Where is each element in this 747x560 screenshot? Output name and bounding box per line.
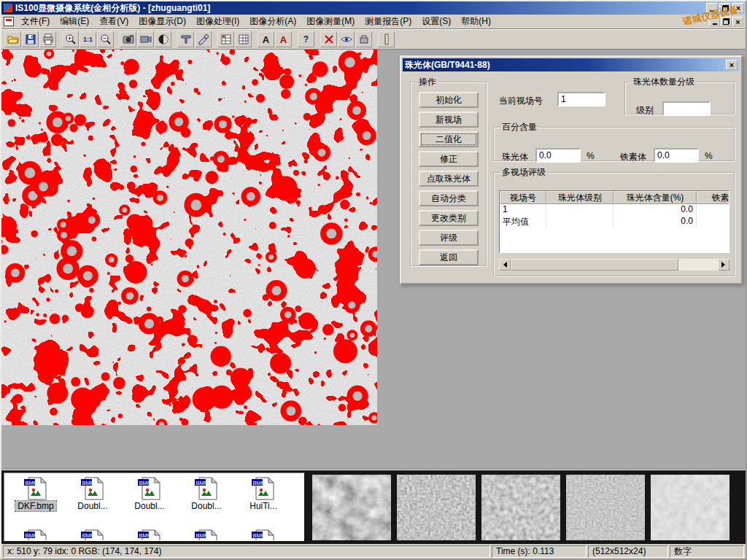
current-field-input[interactable]: [557, 92, 605, 106]
annotate-icon[interactable]: A: [275, 31, 292, 47]
work-area: 珠光体(GB/T9441-88) × 操作 初始化新视场二值化修正点取珠光体自动…: [1, 50, 746, 470]
restore-button[interactable]: [719, 3, 731, 13]
menu-file[interactable]: 文件(F): [16, 14, 55, 29]
file-item[interactable]: BMPDoubl...: [121, 475, 178, 527]
toolbar-separator: [373, 31, 378, 47]
menu-items: 文件(F)编辑(E)查看(V)图像显示(D)图像处理(I)图像分析(A)图像测量…: [16, 14, 496, 29]
svg-text:BMP: BMP: [196, 532, 208, 539]
op-new-field-button[interactable]: 新视场: [419, 112, 479, 128]
grade-input[interactable]: [662, 101, 711, 116]
table-header-col-2[interactable]: 珠光体级别: [546, 191, 614, 204]
table-header-col-4[interactable]: 铁素体含量(%): [697, 191, 729, 204]
zoom-out-icon[interactable]: [97, 31, 114, 47]
pearlite-input[interactable]: [535, 148, 581, 163]
file-label: Doubl...: [75, 501, 109, 511]
menu-image-display[interactable]: 图像显示(D): [133, 14, 191, 29]
title-bar[interactable]: IS100显微摄像系统(金相分析版) - [zhuguangti01] ×: [1, 1, 746, 15]
annotate-glyph: A: [280, 34, 287, 45]
scroll-left-button[interactable]: [499, 259, 511, 271]
mdi-close-button[interactable]: ×: [732, 17, 743, 26]
menu-image-process[interactable]: 图像处理(I): [191, 14, 244, 29]
mdi-window-controls: ×: [709, 17, 744, 26]
save-file-icon[interactable]: [22, 31, 39, 47]
scroll-right-button[interactable]: [718, 259, 729, 271]
cut-icon[interactable]: [320, 31, 337, 47]
help-icon[interactable]: ?: [298, 31, 314, 47]
print-icon[interactable]: [39, 31, 56, 47]
app-icon: [3, 3, 13, 13]
file-item[interactable]: BMP: [178, 527, 235, 541]
table-header-col-1[interactable]: 视场号: [500, 191, 546, 204]
menu-view[interactable]: 查看(V): [94, 14, 133, 29]
camera-icon[interactable]: [120, 31, 136, 47]
zoom-in-icon[interactable]: [62, 31, 79, 47]
data-grid-icon[interactable]: [235, 31, 252, 47]
menu-image-analysis[interactable]: 图像分析(A): [244, 14, 301, 29]
toolbar-separator: [293, 31, 298, 47]
dialog-close-button[interactable]: ×: [726, 60, 738, 70]
file-item[interactable]: BMP: [121, 527, 178, 541]
op-return-button[interactable]: 返回: [419, 249, 479, 265]
percent-group-title: 百分含量: [500, 121, 539, 133]
gauge-icon[interactable]: [355, 31, 372, 47]
op-pick-pearlite-button[interactable]: 点取珠光体: [419, 171, 479, 187]
minimize-button[interactable]: [706, 3, 718, 13]
eye-icon[interactable]: [338, 31, 355, 47]
thumbnail-4[interactable]: [566, 475, 645, 540]
document-icon[interactable]: [4, 17, 14, 26]
dialog-title-bar[interactable]: 珠光体(GB/T9441-88) ×: [403, 58, 740, 71]
op-binarize-button[interactable]: 二值化: [419, 131, 479, 147]
table-row[interactable]: 平均值0.0: [500, 216, 729, 228]
bmp-file-icon: BMP: [137, 476, 162, 501]
menu-measure-report[interactable]: 测量报告(P): [360, 14, 417, 29]
svg-text:BMP: BMP: [82, 532, 94, 539]
file-item[interactable]: BMP: [64, 527, 121, 541]
file-list[interactable]: BMPDKF.bmpBMPDoubl...BMPDoubl...BMPDoubl…: [4, 472, 304, 541]
thumbnail-2[interactable]: [397, 475, 476, 540]
file-item[interactable]: BMPDoubl...: [178, 475, 235, 527]
video-capture-icon[interactable]: [137, 31, 154, 47]
bmp-file-icon: BMP: [23, 529, 48, 541]
file-item[interactable]: BMP: [235, 527, 292, 541]
close-button[interactable]: ×: [732, 3, 744, 13]
op-auto-classify-button[interactable]: 自动分类: [419, 190, 479, 206]
scroll-thumb[interactable]: [511, 259, 678, 271]
mdi-minimize-button[interactable]: [709, 17, 720, 26]
menu-edit[interactable]: 编辑(E): [55, 14, 94, 29]
micrometer-icon[interactable]: [195, 31, 212, 47]
op-correct-button[interactable]: 修正: [419, 151, 479, 167]
file-label: Doubl...: [189, 501, 223, 511]
file-item[interactable]: BMPHuiTi...: [235, 475, 292, 527]
mdi-restore-button[interactable]: [721, 17, 732, 26]
font-icon[interactable]: A: [258, 31, 274, 47]
specimen-image[interactable]: [1, 50, 377, 425]
actual-size-icon[interactable]: 1:1: [80, 31, 96, 47]
scroll-track[interactable]: [511, 259, 718, 271]
status-dimensions: (512x512x24): [588, 545, 668, 558]
rating-table-header: 视场号珠光体级别珠光体含量(%)铁素体含量(%): [500, 191, 729, 204]
table-row[interactable]: 10.0: [500, 204, 729, 216]
file-item[interactable]: BMPDKF.bmp: [7, 475, 64, 527]
open-folder-icon[interactable]: [4, 31, 21, 47]
threshold-icon[interactable]: [155, 31, 171, 47]
bmp-file-icon: BMP: [23, 476, 48, 501]
file-item[interactable]: BMP: [7, 527, 64, 541]
menu-image-measure[interactable]: 图像测量(M): [301, 14, 360, 29]
ferrite-input[interactable]: [654, 148, 699, 163]
window-controls: ×: [706, 3, 744, 13]
op-grade-button[interactable]: 评级: [419, 230, 479, 246]
thumbnail-1[interactable]: [312, 475, 391, 540]
file-item[interactable]: BMPDoubl...: [64, 475, 121, 527]
report-grid-icon[interactable]: [217, 31, 234, 47]
caliper-icon[interactable]: [177, 31, 194, 47]
menu-settings[interactable]: 设置(S): [417, 14, 456, 29]
svg-text:BMP: BMP: [26, 480, 37, 486]
thumbnail-5[interactable]: [651, 475, 729, 540]
table-hscrollbar[interactable]: [499, 259, 729, 271]
thumbnail-3[interactable]: [481, 475, 560, 540]
menu-help[interactable]: 帮助(H): [456, 14, 496, 29]
op-initialize-button[interactable]: 初始化: [419, 92, 479, 108]
table-header-col-3[interactable]: 珠光体含量(%): [614, 191, 697, 204]
ruler-icon[interactable]: [378, 31, 395, 47]
op-change-class-button[interactable]: 更改类别: [419, 210, 479, 226]
